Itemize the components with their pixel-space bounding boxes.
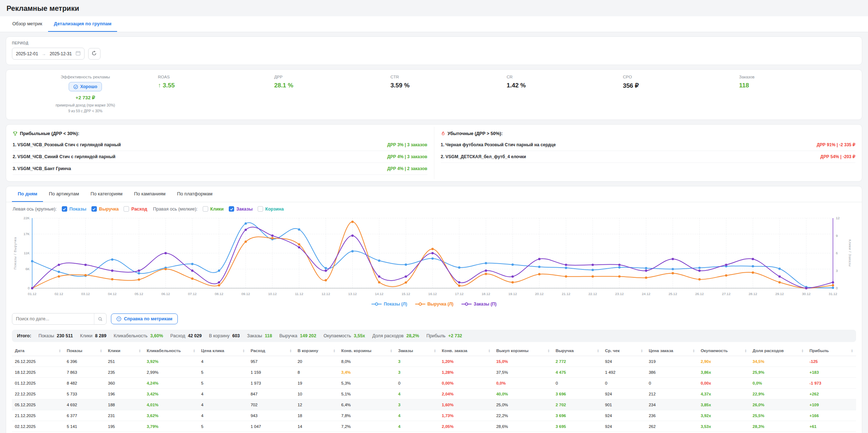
- table-row[interactable]: 21.12.20256 3772313,62%4943187,8%41,73%2…: [12, 410, 856, 421]
- chart-tab-4[interactable]: По платформам: [171, 186, 218, 202]
- col-header-12[interactable]: Ср. чек▲▼: [602, 346, 646, 356]
- search-icon[interactable]: [94, 313, 106, 324]
- col-header-16[interactable]: Прибыль▲▼: [807, 346, 856, 356]
- svg-text:17K: 17K: [23, 232, 30, 236]
- unprofitable-list: Убыточные (ДРР > 50%): 1. Черная футболк…: [434, 127, 862, 179]
- sort-icon[interactable]: ▲▼: [641, 349, 643, 352]
- col-header-1[interactable]: Показы▲▼: [64, 346, 105, 356]
- period-card: ПЕРИОД 2025-12-01 → 2025-12-31: [6, 36, 862, 65]
- col-header-8[interactable]: Заказы▲▼: [395, 346, 439, 356]
- date-to[interactable]: 2025-12-31: [50, 51, 72, 56]
- metrics-chart[interactable]: 01.1202.1203.1204.1205.1206.1207.1208.12…: [11, 215, 853, 298]
- effectiveness-label: Эффективность рекламы: [13, 75, 158, 79]
- svg-text:11.12: 11.12: [295, 292, 303, 296]
- sort-icon[interactable]: ▲▼: [744, 349, 747, 352]
- profitable-item[interactable]: 3. VSGM_ЧСВ_Бант ГринчаДРР 4% | 2 заказо…: [13, 163, 427, 175]
- col-header-11[interactable]: Выручка▲▼: [553, 346, 602, 356]
- col-header-3[interactable]: Кликабельность▲▼: [144, 346, 198, 356]
- sort-icon[interactable]: ▲▼: [488, 349, 490, 352]
- sort-icon[interactable]: ▲▼: [692, 349, 695, 352]
- svg-text:14.12: 14.12: [375, 292, 383, 296]
- sort-icon[interactable]: ▲▼: [851, 349, 853, 352]
- svg-text:11K: 11K: [24, 251, 30, 255]
- col-header-10[interactable]: Выкуп корзины▲▼: [493, 346, 553, 356]
- sort-icon[interactable]: ▲▼: [100, 349, 102, 352]
- checkbox-checked-icon: [91, 206, 97, 212]
- svg-text:26.12: 26.12: [695, 292, 704, 296]
- sort-icon[interactable]: ▲▼: [193, 349, 195, 352]
- date-range-input[interactable]: 2025-12-01 → 2025-12-31: [12, 48, 85, 60]
- chart-card: По днямПо артикуламПо категориямПо кампа…: [6, 186, 862, 433]
- total-окупаемость: Окупаемость 3,55x: [323, 333, 365, 338]
- col-header-9[interactable]: Конв. заказа▲▼: [439, 346, 494, 356]
- tab-0[interactable]: Обзор метрик: [7, 16, 48, 32]
- table-row[interactable]: 01.12.20258 4823604,24%51 973195,3%00,00…: [12, 378, 856, 389]
- axis-group-0: Левая ось (крупные):ПоказыВыручкаРасход: [13, 206, 147, 212]
- series-toggle-заказы[interactable]: Заказы: [229, 206, 253, 212]
- table-row[interactable]: 05.12.20254 6921884,01%4702126,4%31,60%2…: [12, 399, 856, 410]
- table-row[interactable]: 18.12.20257 8632352,99%51 15983,4%31,28%…: [12, 367, 856, 378]
- check-circle-icon: [73, 85, 78, 89]
- series-toggle-показы[interactable]: Показы: [62, 206, 86, 212]
- svg-text:07.12: 07.12: [188, 292, 197, 296]
- unprofitable-item[interactable]: 2. VSGM_ДЕТСКАЯ_бел_футб_4 елочкиДРР 54%…: [441, 151, 856, 163]
- legend-item-выручка[interactable]: Выручка (Л): [415, 302, 454, 307]
- checkbox-unchecked-icon: [203, 206, 208, 212]
- sort-icon[interactable]: ▲▼: [242, 349, 245, 352]
- series-toggle-корзина[interactable]: Корзина: [258, 206, 284, 212]
- kpi-дрр: ДРР28.1 %: [274, 75, 391, 114]
- sort-icon[interactable]: ▲▼: [547, 349, 550, 352]
- sort-icon[interactable]: ▲▼: [289, 349, 292, 352]
- legend-item-показы[interactable]: Показы (Л): [371, 302, 407, 307]
- chart-tab-3[interactable]: По кампаниям: [128, 186, 171, 202]
- col-header-4[interactable]: Цена клика▲▼: [198, 346, 248, 356]
- col-header-14[interactable]: Окупаемость▲▼: [698, 346, 750, 356]
- kpi-roas: ROAS↑ 3.55: [158, 75, 274, 114]
- search-input[interactable]: [12, 316, 94, 321]
- col-header-0[interactable]: Дата▲▼: [12, 346, 64, 356]
- sort-icon[interactable]: ▲▼: [333, 349, 335, 352]
- legend-item-заказы[interactable]: Заказы (П): [461, 302, 497, 307]
- chart-tab-1[interactable]: По артикулам: [43, 186, 85, 202]
- svg-text:3: 3: [836, 269, 838, 273]
- col-header-2[interactable]: Клики▲▼: [105, 346, 144, 356]
- svg-text:01.12: 01.12: [28, 292, 36, 296]
- sort-icon[interactable]: ▲▼: [390, 349, 392, 352]
- svg-text:6K: 6K: [25, 267, 30, 271]
- table-row[interactable]: 22.12.20255 7331963,42%4847105,1%42,04%4…: [12, 389, 856, 399]
- date-arrow: →: [42, 51, 46, 56]
- profitable-item[interactable]: 1. VSGM_ЧСВ_Розовый Стич с гирляндой пар…: [13, 139, 427, 151]
- date-from[interactable]: 2025-12-01: [16, 51, 38, 56]
- col-header-15[interactable]: Доля расходов▲▼: [750, 346, 807, 356]
- sort-icon[interactable]: ▲▼: [434, 349, 436, 352]
- unprofitable-item[interactable]: 1. Черная футболка Розовый Стич парный н…: [441, 139, 856, 151]
- kpi-cpo: CPO356 ₽: [623, 75, 739, 114]
- table-row[interactable]: 14.12.20258 6542592,99%61 558135,0%20,77…: [12, 432, 856, 433]
- refresh-button[interactable]: [88, 48, 100, 60]
- chart-tabbar: По днямПо артикуламПо категориямПо кампа…: [6, 186, 862, 202]
- table-row[interactable]: 02.12.20255 1411953,79%51 047147,2%42,05…: [12, 421, 856, 432]
- series-toggle-выручка[interactable]: Выручка: [91, 206, 119, 212]
- sort-icon[interactable]: ▲▼: [59, 349, 61, 352]
- sort-icon[interactable]: ▲▼: [597, 349, 599, 352]
- sort-icon[interactable]: ▲▼: [139, 349, 141, 352]
- calendar-icon[interactable]: [76, 51, 81, 57]
- series-toggle-расход[interactable]: Расход: [124, 206, 147, 212]
- chart-tab-0[interactable]: По дням: [12, 186, 43, 202]
- tab-1[interactable]: Детализация по группам: [48, 16, 117, 32]
- series-toggle-клики[interactable]: Клики: [203, 206, 224, 212]
- metrics-help-button[interactable]: ? Справка по метрикам: [111, 313, 178, 324]
- sort-icon[interactable]: ▲▼: [802, 349, 804, 352]
- col-header-6[interactable]: В корзину▲▼: [295, 346, 338, 356]
- col-header-13[interactable]: Цена заказа▲▼: [646, 346, 698, 356]
- col-header-7[interactable]: Конв. корзины▲▼: [338, 346, 395, 356]
- col-header-5[interactable]: Расход▲▼: [248, 346, 295, 356]
- svg-text:0: 0: [836, 286, 838, 290]
- table-row[interactable]: 26.12.20256 3962513,92%4957208,0%31,20%1…: [12, 356, 856, 367]
- total-в корзину: В корзину 603: [209, 333, 240, 338]
- effectiveness-amount: +2 732 ₽: [13, 95, 158, 100]
- svg-text:03.12: 03.12: [81, 292, 90, 296]
- svg-text:?: ?: [118, 317, 120, 321]
- profitable-item[interactable]: 2. VSGM_ЧСВ_Синий Стич с гирляндой парны…: [13, 151, 427, 163]
- chart-tab-2[interactable]: По категориям: [85, 186, 128, 202]
